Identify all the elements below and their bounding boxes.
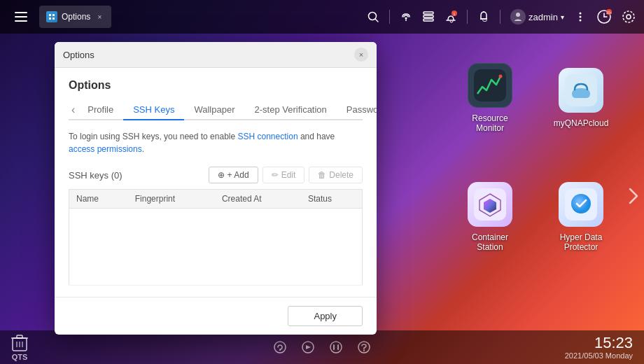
svg-point-46 <box>363 350 365 351</box>
tab-profile[interactable]: Profile <box>78 100 123 120</box>
desktop-nav-right-arrow[interactable] <box>627 186 638 206</box>
svg-point-14 <box>516 13 520 17</box>
date-display: 2021/05/03 Monday <box>565 351 633 360</box>
ssh-connection-link[interactable]: SSH connection <box>238 132 298 141</box>
delete-icon: 🗑 <box>318 170 326 180</box>
add-ssh-key-button[interactable]: ⊕ + Add <box>209 167 258 183</box>
table-header-row: Name Fingerprint Created At Status <box>69 190 363 209</box>
svg-rect-35 <box>17 335 22 338</box>
settings-icon[interactable] <box>622 10 636 24</box>
svg-point-40 <box>279 349 281 351</box>
resource-monitor-app-icon <box>468 63 512 108</box>
app-tab-icon <box>46 11 57 22</box>
window-close-button[interactable]: × <box>354 48 368 62</box>
search-icon[interactable] <box>367 10 379 23</box>
desktop-icon-myqnapcloud[interactable]: myQNAPcloud <box>539 42 623 154</box>
svg-rect-2 <box>49 18 51 20</box>
tab-wallpaper[interactable]: Wallpaper <box>184 100 244 120</box>
apply-button[interactable]: Apply <box>288 306 363 326</box>
svg-rect-0 <box>49 14 51 16</box>
svg-point-24 <box>623 11 634 22</box>
table-col-status: Status <box>301 190 363 209</box>
more-options-icon[interactable] <box>574 10 587 23</box>
svg-point-39 <box>274 342 286 353</box>
table-col-fingerprint: Fingerprint <box>128 190 215 209</box>
svg-point-32 <box>571 194 591 214</box>
ssh-keys-table: Name Fingerprint Created At Status <box>69 189 363 286</box>
svg-point-42 <box>330 342 342 353</box>
window-titlebar: Options × <box>55 42 377 68</box>
svg-point-26 <box>499 75 503 78</box>
bell-icon[interactable] <box>477 10 490 23</box>
bottom-bar: QTS <box>0 330 644 364</box>
myqnapcloud-label: myQNAPcloud <box>554 118 609 128</box>
options-tabs: ‹ Profile SSH Keys Wallpaper 2-step Veri… <box>69 100 363 120</box>
desktop-icon-grid: Resource Monitor myQNAPcloud <box>448 42 623 273</box>
layers-icon[interactable] <box>422 10 435 23</box>
add-icon: ⊕ <box>218 170 225 180</box>
svg-rect-25 <box>474 69 506 102</box>
active-app-name: Options <box>62 12 90 22</box>
broadcast-icon[interactable] <box>400 10 412 23</box>
active-app-tab[interactable]: Options × <box>39 6 111 28</box>
desktop-icon-container-station[interactable]: Container Station <box>448 161 532 273</box>
svg-rect-9 <box>424 15 433 18</box>
bottom-icon-3[interactable] <box>329 340 343 354</box>
resource-monitor-label: Resource Monitor <box>472 113 507 133</box>
ssh-keys-header: SSH keys (0) ⊕ + Add ✏ Edit 🗑 Delete <box>69 167 363 183</box>
bottom-icon-4[interactable] <box>357 340 371 354</box>
table-col-created-at: Created At <box>215 190 301 209</box>
window-title: Options <box>63 50 94 60</box>
divider <box>389 10 390 24</box>
taskbar: Options × <box>0 0 644 34</box>
user-dropdown-icon: ▾ <box>561 13 564 21</box>
tab-nav-left[interactable]: ‹ <box>69 101 78 119</box>
user-name: zadmin <box>528 12 558 22</box>
hamburger-menu-button[interactable] <box>8 4 34 29</box>
ssh-keys-count: SSH keys (0) <box>69 170 122 181</box>
svg-point-6 <box>405 18 407 20</box>
trash-icon <box>11 334 28 352</box>
svg-line-5 <box>375 19 378 22</box>
container-station-app-icon <box>468 182 512 227</box>
divider-3 <box>500 10 500 24</box>
window-content: Options ‹ Profile SSH Keys Wallpaper 2-s… <box>55 68 377 297</box>
tab-ssh-keys[interactable]: SSH Keys <box>123 100 184 120</box>
table-empty-row <box>69 209 363 286</box>
svg-rect-8 <box>424 12 433 14</box>
svg-point-15 <box>580 13 582 15</box>
time-display: 15:23 <box>565 335 633 351</box>
bottom-icon-1[interactable] <box>273 340 287 354</box>
edit-icon: ✏ <box>272 170 279 180</box>
container-station-label: Container Station <box>472 232 508 252</box>
access-permissions-link[interactable]: access permissions <box>69 144 142 154</box>
table-col-name: Name <box>69 190 128 209</box>
myqnapcloud-app-icon <box>559 68 603 113</box>
svg-rect-1 <box>52 14 55 16</box>
qts-label: QTS <box>12 353 28 361</box>
ssh-info-text: To login using SSH keys, you need to ena… <box>69 130 363 155</box>
desktop-icon-resource-monitor[interactable]: Resource Monitor <box>448 42 532 154</box>
tab-password-settings[interactable]: Password Settings <box>337 100 377 120</box>
delete-ssh-key-button[interactable]: 🗑 Delete <box>309 167 363 183</box>
divider-2 <box>467 10 468 24</box>
user-menu[interactable]: zadmin ▾ <box>510 9 564 24</box>
edit-ssh-key-button[interactable]: ✏ Edit <box>262 167 305 183</box>
svg-text:10+: 10+ <box>606 10 612 15</box>
svg-point-23 <box>626 15 631 19</box>
svg-point-16 <box>580 16 582 18</box>
hyper-data-protector-app-icon <box>559 182 603 227</box>
svg-rect-10 <box>424 19 433 21</box>
desktop-icon-hyper-data-protector[interactable]: Hyper Data Protector <box>539 161 623 273</box>
options-window: Options × Options ‹ Profile SSH Keys Wal… <box>55 42 377 335</box>
clock-update-icon[interactable]: 10+ <box>596 9 612 24</box>
tab-2step-verification[interactable]: 2-step Verification <box>244 100 336 120</box>
close-tab-button[interactable]: × <box>94 12 104 22</box>
svg-point-17 <box>580 20 582 22</box>
qts-logo[interactable]: QTS <box>11 334 28 361</box>
bottom-icon-2[interactable] <box>301 340 315 354</box>
clock-date: 15:23 2021/05/03 Monday <box>565 335 633 360</box>
window-footer: Apply <box>55 297 377 335</box>
notification-icon[interactable]: 1 <box>444 10 457 23</box>
user-avatar <box>510 9 526 24</box>
